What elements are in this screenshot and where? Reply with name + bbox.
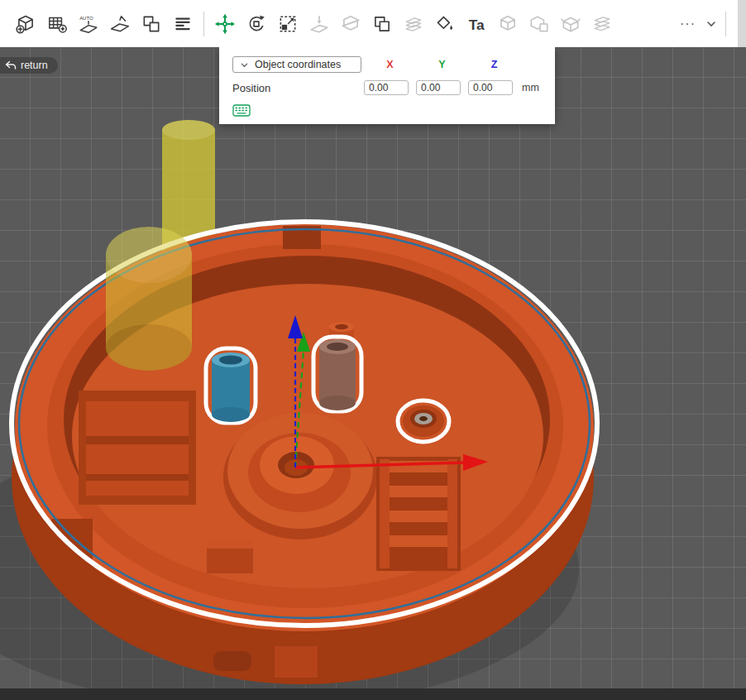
seam-painting-button[interactable] [399, 8, 428, 40]
viewport-3d[interactable]: return Object coordinates X Y Z Position… [0, 47, 746, 700]
text-tool-icon: Ta [466, 13, 487, 35]
cylinder-ring[interactable] [398, 400, 449, 442]
add-plate-icon [46, 13, 68, 35]
return-label: return [21, 60, 48, 71]
split-objects-button[interactable] [137, 8, 165, 40]
open-box-icon [560, 13, 581, 35]
simplify-model-icon [497, 13, 519, 35]
assembly-view-icon [371, 13, 393, 35]
svg-text:Ta: Ta [469, 16, 485, 32]
support-pillar-short[interactable] [106, 227, 192, 371]
rotate-icon [246, 13, 267, 35]
chevron-down-icon [705, 18, 717, 30]
axis-label-z: Z [468, 59, 520, 70]
arrange-button[interactable] [106, 8, 134, 40]
cut-tool-button[interactable] [337, 8, 365, 40]
svg-text:AUTO: AUTO [79, 15, 93, 20]
position-label: Position [232, 82, 364, 94]
window-edge [738, 0, 746, 47]
model-body[interactable] [12, 224, 594, 684]
auto-orient-icon: AUTO [78, 13, 99, 35]
toolbar-separator [203, 12, 204, 36]
axis-label-y: Y [416, 59, 468, 70]
simplify-model-button[interactable] [494, 8, 522, 40]
auto-orient-button[interactable]: AUTO [74, 8, 103, 40]
chevron-down-icon [240, 60, 249, 70]
position-y-input[interactable] [416, 80, 461, 95]
mesh-boolean-icon [528, 13, 550, 35]
object-list-icon [172, 13, 194, 35]
position-z-input[interactable] [468, 80, 513, 95]
return-button[interactable]: return [0, 57, 58, 74]
move-icon [213, 12, 237, 36]
coordinates-dropdown-label: Object coordinates [255, 59, 341, 70]
split-objects-icon [141, 13, 162, 35]
add-object-button[interactable] [12, 8, 40, 40]
unit-label: mm [522, 82, 539, 93]
more-tools-button[interactable]: ··· [675, 17, 701, 31]
keyboard-shortcut-button[interactable] [232, 104, 251, 117]
rotate-tool-button[interactable] [242, 8, 270, 40]
cylinder-blue[interactable] [206, 348, 256, 423]
assembly-view-button[interactable] [368, 8, 396, 40]
stacked-sheets-icon [591, 13, 613, 35]
cut-icon [340, 13, 361, 35]
add-plate-button[interactable] [43, 8, 71, 40]
return-arrow-icon [5, 60, 17, 70]
position-x-input[interactable] [364, 80, 409, 95]
ladder-bracket [376, 457, 461, 571]
move-tool-button[interactable] [211, 8, 239, 40]
center-boss [223, 413, 377, 539]
mesh-boolean-button[interactable] [525, 8, 553, 40]
color-painting-icon [434, 13, 456, 35]
scale-icon [277, 13, 299, 35]
place-on-face-icon [308, 13, 330, 35]
arrange-icon [109, 13, 131, 35]
text-tool-button[interactable]: Ta [462, 8, 490, 40]
seam-painting-icon [403, 13, 424, 35]
scene-3d[interactable] [0, 47, 746, 700]
scale-tool-button[interactable] [274, 8, 302, 40]
toolbar: AUTO [0, 0, 746, 47]
axis-label-x: X [364, 59, 416, 70]
open-box-button[interactable] [557, 8, 585, 40]
stacked-sheets-button[interactable] [588, 8, 616, 40]
coordinates-dropdown[interactable]: Object coordinates [232, 56, 361, 73]
place-on-face-button[interactable] [305, 8, 333, 40]
object-coordinates-panel: Object coordinates X Y Z Position mm [219, 47, 555, 124]
color-painting-button[interactable] [431, 8, 459, 40]
object-list-button[interactable] [169, 8, 197, 40]
collapse-toolbar-button[interactable] [701, 18, 722, 30]
bottom-bar [0, 688, 746, 700]
add-object-icon [15, 13, 36, 35]
toolbar-right-separator [725, 12, 726, 36]
cylinder-brown[interactable] [313, 337, 361, 411]
keyboard-icon [232, 104, 251, 117]
